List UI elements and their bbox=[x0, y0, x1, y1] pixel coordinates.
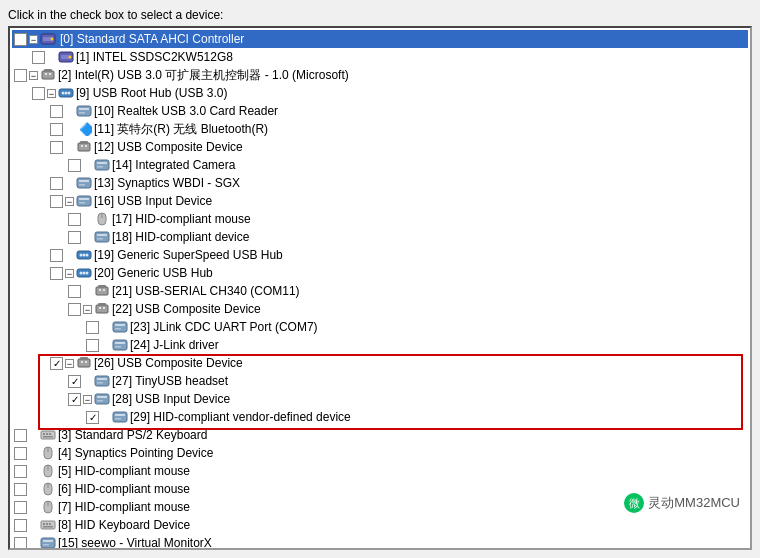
tree-item-5[interactable]: 🔷[11] 英特尔(R) 无线 Bluetooth(R) bbox=[12, 120, 748, 138]
tree-item-11[interactable]: [18] HID-compliant device bbox=[12, 228, 748, 246]
expander-0[interactable]: − bbox=[29, 35, 38, 44]
checkbox-15[interactable] bbox=[68, 303, 81, 316]
checkbox-26[interactable] bbox=[14, 501, 27, 514]
expander-20[interactable]: − bbox=[83, 395, 92, 404]
device-icon-mouse bbox=[40, 482, 56, 496]
svg-rect-72 bbox=[43, 433, 45, 435]
checkbox-7[interactable] bbox=[68, 159, 81, 172]
checkbox-9[interactable] bbox=[50, 195, 63, 208]
tree-item-23[interactable]: [4] Synaptics Pointing Device bbox=[12, 444, 748, 462]
item-text-25: [6] HID-compliant mouse bbox=[58, 482, 190, 496]
device-icon-hdd bbox=[58, 50, 74, 64]
checkbox-8[interactable] bbox=[50, 177, 63, 190]
item-text-8: [13] Synaptics WBDI - SGX bbox=[94, 176, 240, 190]
tree-item-1[interactable]: [1] INTEL SSDSC2KW512G8 bbox=[12, 48, 748, 66]
checkbox-12[interactable] bbox=[50, 249, 63, 262]
tree-item-22[interactable]: [3] Standard PS/2 Keyboard bbox=[12, 426, 748, 444]
checkbox-6[interactable] bbox=[50, 141, 63, 154]
tree-item-3[interactable]: −[9] USB Root Hub (USB 3.0) bbox=[12, 84, 748, 102]
tree-item-20[interactable]: −[28] USB Input Device bbox=[12, 390, 748, 408]
item-text-17: [24] J-Link driver bbox=[130, 338, 219, 352]
svg-rect-53 bbox=[115, 324, 125, 326]
tree-item-6[interactable]: [12] USB Composite Device bbox=[12, 138, 748, 156]
svg-point-43 bbox=[86, 272, 89, 275]
checkbox-10[interactable] bbox=[68, 213, 81, 226]
tree-item-0[interactable]: −[0] Standard SATA AHCI Controller bbox=[12, 30, 748, 48]
device-icon-bluetooth: 🔷 bbox=[76, 122, 92, 136]
tree-item-18[interactable]: −[26] USB Composite Device bbox=[12, 354, 748, 372]
expander-2[interactable]: − bbox=[29, 71, 38, 80]
tree-item-7[interactable]: [14] Integrated Camera bbox=[12, 156, 748, 174]
device-icon-usb bbox=[40, 68, 56, 82]
expander-9[interactable]: − bbox=[65, 197, 74, 206]
checkbox-28[interactable] bbox=[14, 537, 27, 550]
tree-item-8[interactable]: [13] Synaptics WBDI - SGX bbox=[12, 174, 748, 192]
svg-rect-69 bbox=[115, 414, 125, 416]
checkbox-13[interactable] bbox=[50, 267, 63, 280]
svg-point-11 bbox=[62, 92, 65, 95]
tree-item-24[interactable]: [5] HID-compliant mouse bbox=[12, 462, 748, 480]
tree-item-17[interactable]: [24] J-Link driver bbox=[12, 336, 748, 354]
item-text-10: [17] HID-compliant mouse bbox=[112, 212, 251, 226]
checkbox-18[interactable] bbox=[50, 357, 63, 370]
svg-rect-34 bbox=[97, 234, 107, 236]
svg-rect-27 bbox=[79, 184, 85, 186]
svg-rect-35 bbox=[97, 238, 103, 240]
watermark-text: 灵动MM32MCU bbox=[648, 494, 740, 512]
checkbox-20[interactable] bbox=[68, 393, 81, 406]
checkbox-4[interactable] bbox=[50, 105, 63, 118]
item-text-2: [2] Intel(R) USB 3.0 可扩展主机控制器 - 1.0 (Mic… bbox=[58, 67, 349, 84]
svg-rect-66 bbox=[97, 396, 107, 398]
svg-rect-57 bbox=[115, 346, 121, 348]
checkbox-27[interactable] bbox=[14, 519, 27, 532]
tree-item-13[interactable]: −[20] Generic USB Hub bbox=[12, 264, 748, 282]
item-text-5: [11] 英特尔(R) 无线 Bluetooth(R) bbox=[94, 121, 268, 138]
tree-item-4[interactable]: [10] Realtek USB 3.0 Card Reader bbox=[12, 102, 748, 120]
tree-item-15[interactable]: −[22] USB Composite Device bbox=[12, 300, 748, 318]
tree-item-14[interactable]: [21] USB-SERIAL CH340 (COM11) bbox=[12, 282, 748, 300]
tree-item-21[interactable]: [29] HID-compliant vendor-defined device bbox=[12, 408, 748, 426]
item-text-3: [9] USB Root Hub (USB 3.0) bbox=[76, 86, 227, 100]
expander-13[interactable]: − bbox=[65, 269, 74, 278]
tree-item-9[interactable]: −[16] USB Input Device bbox=[12, 192, 748, 210]
checkbox-25[interactable] bbox=[14, 483, 27, 496]
tree-item-10[interactable]: [17] HID-compliant mouse bbox=[12, 210, 748, 228]
checkbox-14[interactable] bbox=[68, 285, 81, 298]
checkbox-24[interactable] bbox=[14, 465, 27, 478]
item-text-1: [1] INTEL SSDSC2KW512G8 bbox=[76, 50, 233, 64]
svg-rect-90 bbox=[43, 540, 53, 542]
svg-rect-45 bbox=[98, 285, 106, 288]
svg-rect-85 bbox=[43, 523, 45, 525]
checkbox-17[interactable] bbox=[86, 339, 99, 352]
checkbox-19[interactable] bbox=[68, 375, 81, 388]
checkbox-23[interactable] bbox=[14, 447, 27, 460]
tree-item-2[interactable]: −[2] Intel(R) USB 3.0 可扩展主机控制器 - 1.0 (Mi… bbox=[12, 66, 748, 84]
checkbox-11[interactable] bbox=[68, 231, 81, 244]
tree-container[interactable]: −[0] Standard SATA AHCI Controller[1] IN… bbox=[8, 26, 752, 550]
checkbox-3[interactable] bbox=[32, 87, 45, 100]
checkbox-0[interactable] bbox=[14, 33, 27, 46]
checkbox-21[interactable] bbox=[86, 411, 99, 424]
checkbox-22[interactable] bbox=[14, 429, 27, 442]
checkbox-16[interactable] bbox=[86, 321, 99, 334]
tree-item-19[interactable]: [27] TinyUSB headset bbox=[12, 372, 748, 390]
svg-rect-59 bbox=[80, 357, 88, 360]
svg-rect-21 bbox=[85, 145, 87, 147]
expander-3[interactable]: − bbox=[47, 89, 56, 98]
checkbox-2[interactable] bbox=[14, 69, 27, 82]
svg-rect-33 bbox=[95, 232, 109, 242]
dialog-container: Click in the check box to select a devic… bbox=[0, 0, 760, 558]
svg-rect-55 bbox=[113, 340, 127, 350]
svg-rect-22 bbox=[95, 160, 109, 170]
tree-item-28[interactable]: [15] seewo - Virtual MonitorX bbox=[12, 534, 748, 550]
tree-item-16[interactable]: [23] JLink CDC UART Port (COM7) bbox=[12, 318, 748, 336]
expander-15[interactable]: − bbox=[83, 305, 92, 314]
svg-rect-16 bbox=[79, 112, 85, 114]
checkbox-5[interactable] bbox=[50, 123, 63, 136]
device-icon-device bbox=[76, 104, 92, 118]
svg-rect-50 bbox=[99, 307, 101, 309]
expander-18[interactable]: − bbox=[65, 359, 74, 368]
tree-item-27[interactable]: [8] HID Keyboard Device bbox=[12, 516, 748, 534]
checkbox-1[interactable] bbox=[32, 51, 45, 64]
tree-item-12[interactable]: [19] Generic SuperSpeed USB Hub bbox=[12, 246, 748, 264]
